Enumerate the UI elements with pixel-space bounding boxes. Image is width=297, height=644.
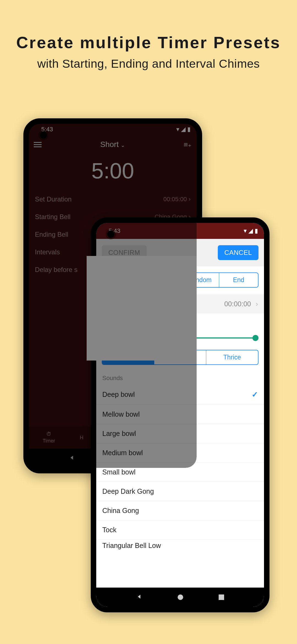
camera-dot bbox=[40, 132, 47, 139]
sound-item[interactable]: Tock bbox=[96, 520, 264, 540]
promo-subline: with Starting, Ending and Interval Chime… bbox=[0, 57, 297, 70]
sound-item[interactable]: China Gong bbox=[96, 501, 264, 520]
sound-name: Small bowl bbox=[102, 468, 136, 476]
phone-screen-back: 5:43 ▾ ◢ ▮ Short ⌄ ≡₊ 5:00 Set Duration … bbox=[29, 124, 197, 468]
wifi-icon: ▾ bbox=[244, 227, 247, 234]
nav-home-icon[interactable] bbox=[178, 594, 183, 600]
phone-frame-back: 5:43 ▾ ◢ ▮ Short ⌄ ≡₊ 5:00 Set Duration … bbox=[23, 118, 202, 473]
promo-headline: Create multiple Timer Presets bbox=[0, 33, 297, 52]
check-icon: ✓ bbox=[252, 390, 258, 399]
battery-icon: ▮ bbox=[255, 227, 258, 234]
sound-name: China Gong bbox=[102, 507, 139, 515]
dim-overlay bbox=[29, 124, 197, 468]
sound-name: Deep Dark Gong bbox=[102, 487, 154, 495]
nav-back-icon[interactable] bbox=[136, 594, 142, 601]
signal-icon: ◢ bbox=[248, 227, 253, 234]
sound-item[interactable]: Deep Dark Gong bbox=[96, 482, 264, 501]
tab-thrice[interactable]: Thrice bbox=[206, 350, 258, 364]
tab-end[interactable]: End bbox=[219, 273, 258, 287]
nav-recent-icon[interactable] bbox=[219, 594, 224, 600]
camera-dot bbox=[107, 231, 114, 238]
cancel-button[interactable]: CANCEL bbox=[218, 245, 258, 260]
sound-name: Triangular Bell Low bbox=[102, 542, 161, 550]
repetition-value: 00:00:00 bbox=[224, 300, 251, 308]
sound-item[interactable]: Triangular Bell Low bbox=[96, 540, 264, 552]
sound-name: Tock bbox=[102, 526, 116, 534]
slider-thumb[interactable] bbox=[252, 335, 258, 341]
promo-text: Create multiple Timer Presets with Start… bbox=[0, 0, 297, 70]
status-icons: ▾ ◢ ▮ bbox=[244, 227, 258, 234]
android-nav-front bbox=[96, 588, 264, 607]
chevron-right-icon: › bbox=[256, 300, 258, 308]
